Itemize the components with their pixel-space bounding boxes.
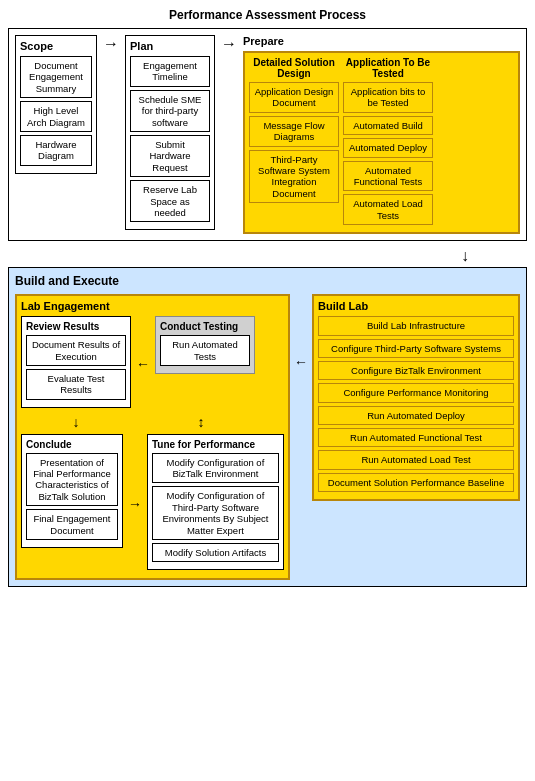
app-tested-item-5: Automated Load Tests [343, 194, 433, 225]
arrow-tune-conduct: → [127, 434, 143, 575]
scope-item-2: High Level Arch Diagram [20, 101, 92, 132]
scope-item-3: Hardware Diagram [20, 135, 92, 166]
build-lab-item-6: Run Automated Functional Test [318, 428, 514, 447]
app-tested-item-4: Automated Functional Tests [343, 161, 433, 192]
conclude-item-1: Presentation of Final Performance Charac… [26, 453, 118, 507]
build-lab-item-4: Configure Performance Monitoring [318, 383, 514, 402]
build-lab-item-3: Configure BizTalk Environment [318, 361, 514, 380]
prepare-label: Prepare [243, 35, 520, 47]
bottom-section: Build and Execute Lab Engagement Review … [8, 267, 527, 587]
detailed-item-2: Message Flow Diagrams [249, 116, 339, 147]
detailed-item-1: Application Design Document [249, 82, 339, 113]
arrow-conduct-review: ← [135, 316, 151, 412]
build-lab-item-2: Configure Third-Party Software Systems [318, 339, 514, 358]
conclude-item-2: Final Engagement Document [26, 509, 118, 540]
tune-item-1: Modify Configuration of BizTalk Environm… [152, 453, 279, 484]
plan-column: Plan Engagement Timeline Schedule SME fo… [125, 35, 215, 230]
conclude-box: Conclude Presentation of Final Performan… [21, 434, 123, 548]
plan-item-3: Submit Hardware Request [130, 135, 210, 177]
review-results-box: Review Results Document Results of Execu… [21, 316, 131, 408]
tune-item-3: Modify Solution Artifacts [152, 543, 279, 562]
conduct-testing-box: Conduct Testing Run Automated Tests [155, 316, 255, 374]
plan-item-4: Reserve Lab Space as needed [130, 180, 210, 222]
detailed-item-3: Third-Party Software System Integration … [249, 150, 339, 204]
conduct-testing-col: Conduct Testing Run Automated Tests [155, 316, 255, 412]
plan-item-2: Schedule SME for third-party software [130, 90, 210, 132]
lab-engagement-label: Lab Engagement [21, 300, 284, 312]
build-lab-item-5: Run Automated Deploy [318, 406, 514, 425]
conclude-label: Conclude [26, 439, 118, 450]
plan-item-1: Engagement Timeline [130, 56, 210, 87]
arrow-lab-buildlab: ← [294, 294, 308, 370]
page-title: Performance Assessment Process [8, 8, 527, 22]
bottom-label: Build and Execute [15, 274, 520, 288]
build-lab-item-1: Build Lab Infrastructure [318, 316, 514, 335]
conduct-item-1: Run Automated Tests [160, 335, 250, 366]
detailed-design-column: Detailed Solution Design Application Des… [249, 57, 339, 228]
app-tested-column: Application To Be Tested Application bit… [343, 57, 433, 228]
tune-label: Tune for Performance [152, 439, 279, 450]
review-label: Review Results [26, 321, 126, 332]
prepare-section: Detailed Solution Design Application Des… [243, 51, 520, 234]
review-results-col: Review Results Document Results of Execu… [21, 316, 131, 412]
arrow-conduct-down: ↕ [151, 414, 251, 430]
app-tested-item-2: Automated Build [343, 116, 433, 135]
build-lab-item-7: Run Automated Load Test [318, 450, 514, 469]
arrow-top-bottom: ↓ [8, 247, 527, 265]
lab-engagement: Lab Engagement Review Results Document R… [15, 294, 290, 580]
review-item-2: Evaluate Test Results [26, 369, 126, 400]
scope-item-1: Document Engagement Summary [20, 56, 92, 98]
conclude-col: Conclude Presentation of Final Performan… [21, 434, 123, 575]
arrow-plan-prepare: → [219, 35, 239, 53]
top-section: Scope Document Engagement Summary High L… [8, 28, 527, 241]
plan-label: Plan [130, 40, 210, 52]
build-lab-label: Build Lab [318, 300, 514, 312]
scope-label: Scope [20, 40, 92, 52]
build-lab: Build Lab Build Lab Infrastructure Confi… [312, 294, 520, 501]
app-tested-item-1: Application bits to be Tested [343, 82, 433, 113]
app-tested-label: Application To Be Tested [343, 57, 433, 79]
tune-box: Tune for Performance Modify Configuratio… [147, 434, 284, 571]
review-item-1: Document Results of Execution [26, 335, 126, 366]
arrow-review-down: ↓ [21, 414, 131, 430]
conduct-label: Conduct Testing [160, 321, 250, 332]
build-lab-item-8: Document Solution Performance Baseline [318, 473, 514, 492]
tune-item-2: Modify Configuration of Third-Party Soft… [152, 486, 279, 540]
arrow-scope-plan: → [101, 35, 121, 53]
prepare-section-wrapper: Prepare Detailed Solution Design Applica… [243, 35, 520, 234]
scope-column: Scope Document Engagement Summary High L… [15, 35, 97, 174]
app-tested-item-3: Automated Deploy [343, 138, 433, 157]
detailed-label: Detailed Solution Design [249, 57, 339, 79]
tune-col: Tune for Performance Modify Configuratio… [147, 434, 284, 575]
